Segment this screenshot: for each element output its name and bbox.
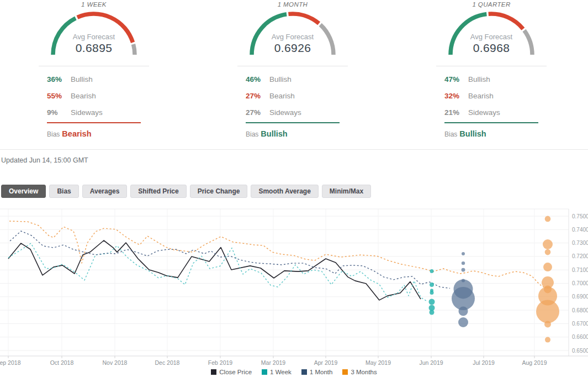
forecast-chart-canvas: 0.75000.74000.73000.72000.71000.70000.69… [0,206,588,376]
svg-text:0.6500: 0.6500 [572,348,588,354]
tab-averages[interactable]: Averages [82,185,128,198]
legend-label: Close Price [219,369,252,375]
svg-text:0.7200: 0.7200 [572,253,588,259]
bias-value: Bearish [62,129,91,138]
svg-text:Jun 2019: Jun 2019 [419,359,443,366]
forecast-bubble [544,321,551,328]
gauge-1-month: Avg Forecast 0.6926 [240,11,345,57]
svg-text:Sep 2018: Sep 2018 [0,359,21,366]
period-title: 1 MONTH [237,1,348,8]
tab-bias[interactable]: Bias [49,185,78,198]
forecast-bubble [536,300,559,323]
tab-overview[interactable]: Overview [1,185,46,198]
gauge-1-quarter: Avg Forecast 0.6968 [439,11,544,57]
gauge-center: Avg Forecast 0.6895 [41,33,146,55]
forecast-bubble [462,268,465,272]
tab-smooth-average[interactable]: Smooth Average [251,185,318,198]
forecast-bubble [543,239,553,249]
forecast-bubble [430,269,434,273]
bearish-row: 55%Bearish [39,87,149,104]
divider [39,66,149,66]
legend-label: 1 Month [310,369,333,375]
legend-label: 1 Week [270,369,292,375]
bias-value: Bullish [459,129,486,138]
legend-item-close-price[interactable]: Close Price [211,369,252,375]
bullish-row: 36%Bullish [39,71,149,87]
sentiment-rows: 36%Bullish 55%Bearish 9%Sideways [39,71,149,121]
gauge-segment [489,14,523,29]
y-axis-labels: 0.75000.74000.73000.72000.71000.70000.69… [572,213,588,354]
bubbles-1-week [429,269,435,315]
svg-text:0.7000: 0.7000 [572,280,588,286]
svg-text:0.7300: 0.7300 [572,240,588,246]
bearish-row: 32%Bearish [436,87,547,104]
forecast-card-1-month: 1 MONTH Avg Forecast 0.6926 46%Bullish 2… [237,1,348,138]
bias-row: BiasBearish [47,129,149,138]
sideways-row: 9%Sideways [39,104,149,121]
svg-text:Mar 2019: Mar 2019 [261,359,286,366]
bullish-pct: 47% [444,75,463,83]
svg-text:Jul 2019: Jul 2019 [473,359,495,366]
forecast-bubble [545,216,551,222]
bearish-label: Bearish [468,92,494,100]
sideways-label: Sideways [269,108,301,117]
legend-swatch [262,369,267,375]
forecast-chart: 0.75000.74000.73000.72000.71000.70000.69… [0,206,588,376]
tab-minim-max[interactable]: Minim/Max [322,185,371,198]
svg-text:0.7500: 0.7500 [572,213,588,219]
bullish-pct: 36% [47,75,65,83]
forecast-bubble [429,299,435,305]
period-title: 1 QUARTER [436,1,547,8]
legend-item-1-week[interactable]: 1 Week [262,369,292,375]
gauge-1-week: Avg Forecast 0.6895 [41,11,146,57]
forecast-summary-section: 1 WEEK Avg Forecast 0.6895 36%Bullish 55… [0,0,588,138]
bias-underline [444,122,538,123]
bearish-row: 27%Bearish [237,87,348,104]
forecast-bubble [545,337,550,343]
chart-legend: Close Price1 Week1 Month3 Months [0,368,588,376]
divider [436,66,547,66]
forecast-bubble [462,261,465,265]
updated-timestamp: Updated Jun 14, 15:00 GMT [1,156,588,164]
divider [237,66,348,66]
legend-swatch [211,369,216,375]
forecast-bubble [459,307,468,316]
sentiment-rows: 46%Bullish 27%Bearish 27%Sideways [237,71,348,121]
svg-text:0.7400: 0.7400 [572,227,588,233]
svg-text:0.6800: 0.6800 [572,307,588,313]
bubbles-1-month [452,252,475,327]
sideways-pct: 21% [444,108,463,117]
bias-label: Bias [246,130,258,138]
bullish-label: Bullish [269,75,292,83]
legend-swatch [301,369,307,375]
forecast-bubble [430,310,435,315]
svg-text:Apr 2019: Apr 2019 [314,359,338,366]
sideways-pct: 27% [246,108,264,117]
svg-text:Nov 2018: Nov 2018 [103,359,128,366]
bearish-label: Bearish [269,92,295,100]
bearish-pct: 32% [444,92,463,100]
forecast-bubble [458,317,468,327]
forecast-bubble [545,249,551,255]
svg-text:0.7100: 0.7100 [572,267,588,273]
forecast-bubble [430,291,434,295]
gauge-center: Avg Forecast 0.6968 [439,33,544,55]
avg-forecast-label: Avg Forecast [439,33,544,41]
svg-text:May 2019: May 2019 [365,359,391,366]
bias-value: Bullish [261,129,287,138]
svg-text:Aug 2019: Aug 2019 [522,359,547,366]
sentiment-rows: 47%Bullish 32%Bearish 21%Sideways [436,71,547,121]
series-close-price [8,240,421,300]
x-axis-labels: Sep 2018Oct 2018Nov 2018Dec 2018Feb 2019… [0,359,547,366]
tab-price-change[interactable]: Price Change [190,185,248,198]
bias-row: BiasBullish [444,129,547,138]
svg-text:0.6600: 0.6600 [572,334,588,340]
bullish-row: 46%Bullish [237,71,348,87]
forecast-bubble [462,252,465,255]
legend-item-3-months[interactable]: 3 Months [342,369,377,375]
tab-shifted-price[interactable]: Shifted Price [130,185,186,198]
legend-item-1-month[interactable]: 1 Month [301,369,333,375]
forecast-card-1-quarter: 1 QUARTER Avg Forecast 0.6968 47%Bullish… [436,1,547,138]
avg-forecast-label: Avg Forecast [240,33,345,41]
forecast-bubble [430,282,434,287]
